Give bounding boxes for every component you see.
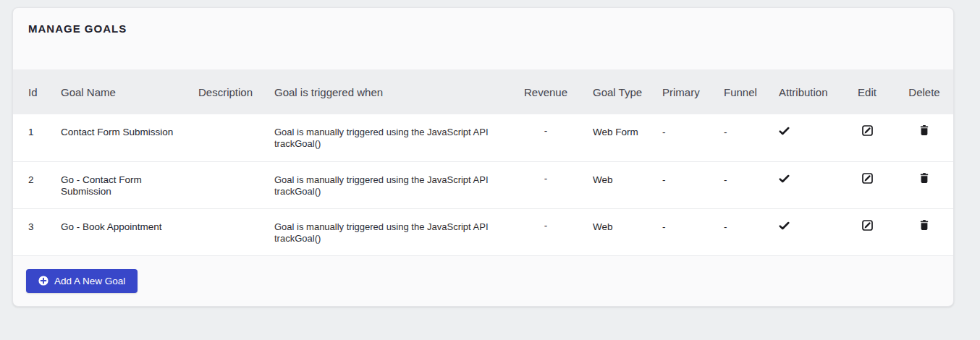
plus-circle-icon xyxy=(38,276,48,286)
goal-edit-cell xyxy=(839,114,895,161)
goal-attribution xyxy=(764,161,839,208)
check-icon xyxy=(779,127,790,135)
card-footer: Add A New Goal xyxy=(13,256,953,307)
trash-icon xyxy=(920,125,929,135)
table-row: 1 Contact Form Submission Goal is manual… xyxy=(13,114,953,161)
col-header-trigger: Goal is triggered when xyxy=(259,69,514,114)
goal-attribution xyxy=(764,208,839,255)
goal-edit-cell xyxy=(839,161,895,208)
goal-type: Web Form xyxy=(578,114,647,161)
goal-type: Web xyxy=(578,208,647,255)
goal-primary: - xyxy=(647,208,709,255)
table-row: 3 Go - Book Appointment Goal is manually… xyxy=(13,208,953,255)
goal-funnel: - xyxy=(709,114,764,161)
col-header-revenue: Revenue xyxy=(514,69,578,114)
check-icon xyxy=(779,174,790,183)
edit-square-icon xyxy=(862,125,873,136)
goal-description xyxy=(183,208,259,255)
trash-icon xyxy=(920,173,929,183)
delete-goal-button[interactable] xyxy=(920,173,929,183)
goal-delete-cell xyxy=(895,208,953,255)
table-header-row: Id Goal Name Description Goal is trigger… xyxy=(13,69,953,114)
delete-goal-button[interactable] xyxy=(920,125,929,135)
goal-delete-cell xyxy=(895,114,953,161)
page-title: MANAGE GOALS xyxy=(28,22,938,35)
goal-primary: - xyxy=(647,161,709,208)
goal-attribution xyxy=(764,114,839,161)
delete-goal-button[interactable] xyxy=(920,220,929,230)
edit-square-icon xyxy=(862,173,873,184)
col-header-description: Description xyxy=(183,69,259,114)
check-icon xyxy=(779,221,790,230)
goal-name: Go - Book Appointment xyxy=(46,208,183,255)
col-header-attribution: Attribution xyxy=(764,69,839,114)
add-new-goal-button[interactable]: Add A New Goal xyxy=(26,269,138,293)
col-header-funnel: Funnel xyxy=(709,69,764,114)
goal-trigger: Goal is manually triggered using the Jav… xyxy=(259,208,514,255)
goal-trigger: Goal is manually triggered using the Jav… xyxy=(259,114,514,161)
goal-id: 1 xyxy=(13,114,46,161)
col-header-goal-name: Goal Name xyxy=(46,69,183,114)
goal-description xyxy=(183,114,259,161)
col-header-primary: Primary xyxy=(647,69,709,114)
add-new-goal-label: Add A New Goal xyxy=(54,276,125,286)
goal-funnel: - xyxy=(709,208,764,255)
goal-name: Go - Contact Form Submission xyxy=(46,161,183,208)
card-header: MANAGE GOALS xyxy=(13,8,953,69)
goal-edit-cell xyxy=(839,208,895,255)
goals-table: Id Goal Name Description Goal is trigger… xyxy=(13,69,953,256)
goal-delete-cell xyxy=(895,161,953,208)
col-header-delete: Delete xyxy=(895,69,953,114)
edit-goal-button[interactable] xyxy=(862,125,873,136)
goal-revenue: - xyxy=(514,208,578,255)
goal-id: 3 xyxy=(13,208,46,255)
goal-primary: - xyxy=(647,114,709,161)
goal-id: 2 xyxy=(13,161,46,208)
goal-type: Web xyxy=(578,161,647,208)
col-header-edit: Edit xyxy=(839,69,895,114)
goal-revenue: - xyxy=(514,161,578,208)
goal-name: Contact Form Submission xyxy=(46,114,183,161)
manage-goals-card: MANAGE GOALS Id Goal Name Description Go… xyxy=(12,7,954,307)
trash-icon xyxy=(920,220,929,230)
edit-goal-button[interactable] xyxy=(862,220,873,231)
goal-trigger: Goal is manually triggered using the Jav… xyxy=(259,161,514,208)
table-row: 2 Go - Contact Form Submission Goal is m… xyxy=(13,161,953,208)
edit-square-icon xyxy=(862,220,873,231)
edit-goal-button[interactable] xyxy=(862,173,873,184)
goal-revenue: - xyxy=(514,114,578,161)
goal-funnel: - xyxy=(709,161,764,208)
goal-description xyxy=(183,161,259,208)
col-header-goal-type: Goal Type xyxy=(578,69,647,114)
col-header-id: Id xyxy=(13,69,46,114)
